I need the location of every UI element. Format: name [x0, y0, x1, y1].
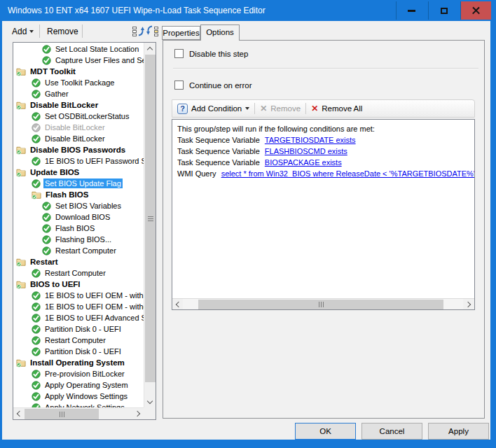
- add-condition-button[interactable]: ? Add Condition: [172, 100, 254, 117]
- tree-item[interactable]: Use Toolkit Package: [13, 77, 144, 88]
- tree-item[interactable]: Disable BitLocker: [13, 133, 144, 144]
- tab-properties[interactable]: Properties: [162, 26, 200, 40]
- ok-button[interactable]: OK: [295, 423, 356, 440]
- tree-item[interactable]: MDT Toolkit: [13, 66, 144, 77]
- check-icon: [32, 90, 41, 99]
- scroll-right-button[interactable]: [463, 299, 474, 309]
- tree-item[interactable]: Pre-provision BitLocker: [13, 368, 144, 379]
- tree-item[interactable]: Restart Computer: [13, 267, 144, 279]
- tree-item-label: Flashing BIOS...: [54, 234, 113, 244]
- check-icon: [32, 325, 41, 334]
- tree-item[interactable]: Apply Network Settings: [13, 402, 144, 407]
- condition-row: Task Sequence VariableBIOSPACKAGE exists: [177, 157, 474, 168]
- tree-item[interactable]: 1E BIOS to UEFI Password Se: [13, 155, 144, 167]
- tree-item-label: Set Local State Location: [54, 44, 140, 54]
- tree-item-label: Install Operating System: [29, 358, 126, 368]
- add-button[interactable]: Add: [8, 23, 38, 40]
- remove-x-icon: ✕: [260, 104, 267, 113]
- tree-item-label: Update BIOS: [29, 167, 81, 177]
- tree-item-label: Disable BIOS Passwords: [29, 145, 127, 155]
- check-icon: [32, 381, 41, 390]
- move-down-button[interactable]: [146, 24, 160, 38]
- task-tree: Set Local State Location Capture User Fi…: [13, 43, 144, 407]
- tree-item[interactable]: Partition Disk 0 - UEFI: [13, 346, 144, 357]
- tab-options[interactable]: Options: [200, 24, 240, 41]
- condition-link[interactable]: TARGETBIOSDATE exists: [265, 136, 356, 144]
- maximize-button[interactable]: [428, 1, 459, 20]
- tree-item[interactable]: Disable BIOS Passwords: [13, 144, 144, 155]
- move-up-button[interactable]: [131, 24, 145, 38]
- tree-item[interactable]: Set OSDBitLockerStatus: [13, 111, 144, 122]
- scroll-thumb[interactable]: [145, 55, 156, 382]
- tree-horizontal-scrollbar[interactable]: [13, 407, 144, 419]
- folder-icon: [16, 280, 26, 289]
- condition-toolbar: ? Add Condition ✕ Remove ✕ Remove All: [172, 99, 475, 118]
- tree-vertical-scrollbar[interactable]: [144, 43, 156, 407]
- apply-button[interactable]: Apply: [428, 423, 489, 440]
- titlebar[interactable]: Windows 10 ENT x64 1607 UEFI Wipe-n-Load…: [0, 0, 496, 21]
- remove-condition-label: Remove: [270, 104, 301, 113]
- tree-item[interactable]: Partition Disk 0 - UEFI: [13, 323, 144, 335]
- condition-type: Task Sequence Variable: [177, 136, 260, 144]
- check-icon: [32, 347, 41, 356]
- tree-item[interactable]: Apply Windows Settings: [13, 391, 144, 402]
- chevron-up-icon: [147, 46, 153, 52]
- scroll-thumb[interactable]: [25, 409, 99, 419]
- condition-link[interactable]: select * from Win32_BIOS where ReleaseDa…: [221, 169, 474, 178]
- tree-item[interactable]: Flash BIOS: [13, 189, 144, 200]
- tree-item[interactable]: Disable BitLocker: [13, 99, 144, 111]
- dialog-body: Add Remove Set Local State Location Capt…: [2, 21, 490, 440]
- scroll-up-button[interactable]: [144, 43, 156, 54]
- disable-step-checkbox[interactable]: [174, 49, 184, 58]
- tree-item-label: Partition Disk 0 - UEFI: [43, 324, 123, 334]
- tree-item[interactable]: Set BIOS Variables: [13, 200, 144, 211]
- tree-item[interactable]: Set Local State Location: [13, 43, 144, 55]
- remove-button[interactable]: Remove: [43, 23, 83, 40]
- tree-item[interactable]: Apply Operating System: [13, 379, 144, 391]
- tree-item-label: Flash BIOS: [44, 190, 90, 200]
- tree-item-label: Use Toolkit Package: [43, 78, 116, 88]
- conditions-horizontal-scrollbar[interactable]: [172, 298, 474, 309]
- tree-item[interactable]: Flash BIOS: [13, 223, 144, 234]
- continue-on-error-label: Continue on error: [189, 81, 252, 90]
- tree-item[interactable]: Restart Computer: [13, 245, 144, 256]
- check-icon: [32, 336, 41, 345]
- minimize-button[interactable]: [396, 1, 427, 20]
- tree-item[interactable]: 1E BIOS to UEFI OEM - withou: [13, 301, 144, 312]
- scroll-thumb[interactable]: [198, 300, 443, 309]
- tree-item[interactable]: Restart: [13, 256, 144, 267]
- scroll-left-button[interactable]: [13, 408, 24, 419]
- tree-item[interactable]: Gather: [13, 88, 144, 99]
- remove-condition-button[interactable]: ✕ Remove: [255, 100, 305, 117]
- continue-on-error-checkbox[interactable]: [174, 80, 184, 90]
- tree-item-label: Pre-provision BitLocker: [43, 369, 126, 379]
- close-button[interactable]: [460, 1, 491, 20]
- remove-all-conditions-button[interactable]: ✕ Remove All: [306, 100, 367, 117]
- tree-item[interactable]: Flashing BIOS...: [13, 234, 144, 245]
- cancel-button[interactable]: Cancel: [361, 423, 422, 440]
- tree-item[interactable]: 1E BIOS to UEFI Advanced Se: [13, 312, 144, 323]
- scroll-left-button[interactable]: [172, 299, 183, 309]
- tree-item[interactable]: Update BIOS: [13, 167, 144, 178]
- scroll-down-button[interactable]: [144, 396, 156, 407]
- tree-item-label: Disable BitLocker: [43, 134, 106, 144]
- tree-item[interactable]: Install Operating System: [13, 357, 144, 368]
- condition-row: WMI Queryselect * from Win32_BIOS where …: [177, 168, 474, 179]
- tree-item[interactable]: BIOS to UEFI: [13, 279, 144, 290]
- tree-item[interactable]: Download BIOS: [13, 211, 144, 223]
- check-icon: [32, 123, 41, 132]
- check-icon: [32, 78, 41, 88]
- maximize-icon: [441, 8, 448, 14]
- tree-item-label: Restart Computer: [43, 335, 107, 345]
- tree-item[interactable]: Capture User Files and Set: [13, 55, 144, 66]
- tree-item[interactable]: Restart Computer: [13, 335, 144, 346]
- minimize-icon: [408, 10, 415, 12]
- condition-link[interactable]: BIOSPACKAGE exists: [265, 158, 342, 167]
- tree-item[interactable]: Set BIOS Update Flag: [13, 178, 144, 189]
- tree-item[interactable]: 1E BIOS to UEFI OEM - with S: [13, 290, 144, 301]
- chevron-down-icon: [29, 30, 34, 33]
- tree-item[interactable]: Disable BitLocker: [13, 122, 144, 133]
- condition-link[interactable]: FLASHBIOSCMD exists: [265, 147, 347, 155]
- scroll-right-button[interactable]: [132, 408, 144, 419]
- conditions-header: This group/step will run if the followin…: [177, 123, 474, 134]
